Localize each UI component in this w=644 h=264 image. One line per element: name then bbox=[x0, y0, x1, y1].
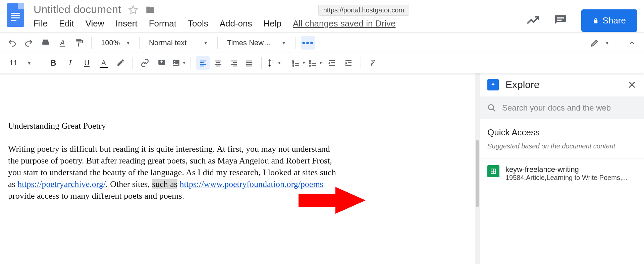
alignment-group bbox=[196, 56, 256, 70]
svg-text:1: 1 bbox=[292, 60, 294, 62]
decrease-indent-button[interactable] bbox=[325, 56, 338, 70]
close-icon[interactable] bbox=[627, 80, 637, 89]
zoom-select[interactable]: 100%▼ bbox=[97, 36, 134, 50]
line-spacing-button[interactable] bbox=[267, 56, 280, 70]
annotation-arrow-icon bbox=[299, 184, 366, 217]
share-button-label: Share bbox=[603, 15, 626, 26]
align-justify-button[interactable] bbox=[243, 56, 256, 70]
move-to-folder-icon[interactable] bbox=[145, 5, 155, 14]
toolbar-primary: A 100%▼ Normal text▼ Times New…▼ ••• ▼ bbox=[0, 33, 644, 53]
numbered-list-button[interactable]: 123 bbox=[291, 56, 305, 70]
svg-rect-47 bbox=[299, 194, 335, 207]
menu-view[interactable]: View bbox=[86, 18, 104, 29]
separator bbox=[191, 57, 191, 69]
separator bbox=[286, 57, 286, 69]
separator bbox=[139, 37, 140, 49]
menu-addons[interactable]: Add-ons bbox=[220, 18, 252, 29]
bulleted-list-button[interactable] bbox=[308, 56, 322, 70]
svg-point-34 bbox=[309, 63, 311, 64]
bold-button[interactable]: B bbox=[47, 56, 60, 70]
comments-icon[interactable] bbox=[554, 14, 567, 27]
menu-file[interactable]: File bbox=[34, 18, 48, 29]
svg-point-6 bbox=[174, 61, 175, 62]
print-button[interactable] bbox=[39, 36, 52, 50]
scrollbar-thumb[interactable] bbox=[476, 140, 479, 207]
star-icon[interactable] bbox=[128, 5, 138, 14]
svg-point-35 bbox=[309, 65, 311, 66]
svg-rect-1 bbox=[557, 17, 564, 18]
paint-format-button[interactable] bbox=[72, 36, 86, 50]
menu-format[interactable]: Format bbox=[149, 18, 176, 29]
separator bbox=[261, 57, 262, 69]
font-size-select[interactable]: 11▼ bbox=[5, 56, 36, 70]
separator bbox=[361, 57, 361, 69]
highlight-color-button[interactable] bbox=[114, 56, 127, 70]
share-button[interactable]: Share bbox=[581, 9, 637, 32]
editing-mode-button[interactable] bbox=[588, 36, 601, 50]
increase-indent-button[interactable] bbox=[342, 56, 355, 70]
menu-bar: File Edit View Insert Format Tools Add-o… bbox=[34, 18, 526, 29]
vertical-scrollbar[interactable] bbox=[475, 73, 480, 264]
paragraph-style-select[interactable]: Normal text▼ bbox=[145, 36, 212, 50]
menu-insert[interactable]: Insert bbox=[116, 18, 138, 29]
sheets-icon bbox=[487, 165, 499, 177]
document-page[interactable]: Understanding Great Poetry Writing poetr… bbox=[0, 73, 345, 202]
svg-marker-48 bbox=[335, 187, 366, 214]
svg-point-51 bbox=[488, 105, 493, 110]
explore-search-input[interactable] bbox=[502, 103, 637, 113]
insert-image-button[interactable] bbox=[172, 56, 185, 70]
doc-heading[interactable]: Understanding Great Poetry bbox=[8, 120, 337, 132]
explore-icon bbox=[487, 79, 499, 90]
separator bbox=[217, 37, 218, 49]
separator bbox=[41, 57, 41, 69]
quick-access-item-detail: 19584,Article,Learning to Write Poems,..… bbox=[505, 174, 628, 182]
svg-point-33 bbox=[309, 60, 311, 62]
more-toolbar-button[interactable]: ••• bbox=[301, 36, 315, 50]
save-status[interactable]: All changes saved in Drive bbox=[293, 18, 395, 29]
lock-icon bbox=[593, 18, 599, 24]
quick-access-item-name: keyw-freelance-writing bbox=[505, 165, 628, 174]
quick-access-item[interactable]: keyw-freelance-writing 19584,Article,Lea… bbox=[480, 158, 644, 188]
workspace: Understanding Great Poetry Writing poetr… bbox=[0, 73, 644, 264]
link-tooltip: https://portal.hostgator.com bbox=[318, 5, 409, 16]
undo-button[interactable] bbox=[5, 36, 19, 50]
separator bbox=[296, 37, 296, 49]
menu-help[interactable]: Help bbox=[264, 18, 281, 29]
align-center-button[interactable] bbox=[212, 56, 225, 70]
align-left-button[interactable] bbox=[196, 56, 210, 70]
insert-link-button[interactable] bbox=[138, 56, 152, 70]
document-canvas[interactable]: Understanding Great Poetry Writing poetr… bbox=[0, 73, 480, 264]
svg-text:+: + bbox=[160, 59, 163, 64]
search-icon bbox=[487, 104, 496, 112]
svg-marker-0 bbox=[129, 6, 137, 13]
explore-panel: Explore Quick Access Suggested based on … bbox=[480, 73, 644, 264]
align-right-button[interactable] bbox=[227, 56, 240, 70]
text-color-button[interactable]: A bbox=[97, 56, 110, 70]
redo-button[interactable] bbox=[22, 36, 36, 50]
font-select[interactable]: Times New…▼ bbox=[223, 36, 290, 50]
activity-icon[interactable] bbox=[526, 14, 540, 27]
italic-button[interactable]: I bbox=[63, 56, 77, 70]
menu-tools[interactable]: Tools bbox=[188, 18, 208, 29]
separator bbox=[615, 37, 615, 49]
docs-app-icon[interactable] bbox=[7, 3, 24, 27]
underline-button[interactable]: U bbox=[80, 56, 94, 70]
quick-access-title: Quick Access bbox=[487, 127, 637, 138]
header-center: Untitled document File Edit View Insert … bbox=[34, 3, 526, 29]
explore-search-bar[interactable] bbox=[480, 96, 644, 119]
separator bbox=[91, 37, 92, 49]
collapse-toolbar-button[interactable] bbox=[625, 36, 639, 50]
app-header: Untitled document File Edit View Insert … bbox=[0, 0, 644, 33]
editing-mode-dropdown[interactable]: ▼ bbox=[605, 40, 609, 46]
clear-formatting-button[interactable] bbox=[366, 56, 380, 70]
spellcheck-button[interactable]: A bbox=[56, 36, 69, 50]
menu-edit[interactable]: Edit bbox=[59, 18, 74, 29]
doc-paragraph[interactable]: Writing poetry is difficult but reading … bbox=[8, 143, 337, 202]
text-run: provide access to many different poets a… bbox=[8, 191, 184, 201]
svg-text:2: 2 bbox=[292, 62, 294, 64]
svg-line-52 bbox=[493, 109, 495, 111]
doc-link-1[interactable]: https://poetryarchive.org/ bbox=[17, 179, 106, 189]
document-title[interactable]: Untitled document bbox=[34, 3, 121, 16]
add-comment-button[interactable]: + bbox=[155, 56, 168, 70]
text-run: . Other sites, bbox=[106, 179, 152, 189]
